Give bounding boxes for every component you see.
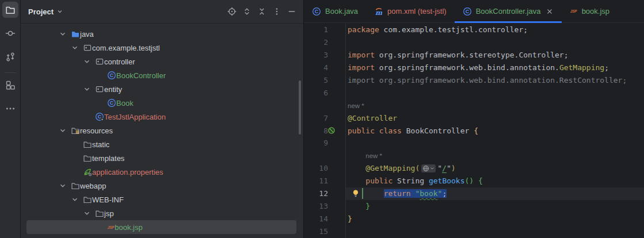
tree-item-resources[interactable]: resources [26,124,296,137]
tree-item-static[interactable]: static [26,137,296,151]
services-icon [5,80,16,90]
url-mapping-globe-icon[interactable] [421,164,436,172]
line-number: 2 [323,36,328,49]
tree-item-testjstlapplication[interactable]: CTestJstlApplication [26,110,296,124]
tab-pom.xml-test-jstl-[interactable]: mpom.xml (test-jstl) [366,0,455,22]
version-control-tool-button[interactable] [2,49,18,65]
intention-bulb-icon[interactable] [352,189,360,199]
inlay-hint[interactable]: new * [365,152,382,159]
commit-tool-button[interactable] [2,25,18,41]
code-line[interactable] [346,225,644,238]
tab-book.jsp[interactable]: JSPbook.jsp [562,0,618,22]
inlay-hint-line[interactable]: new * [346,99,644,112]
gutter-line[interactable]: 7 [304,112,345,125]
inlay-hint[interactable]: new * [348,102,364,109]
tree-item-controller[interactable]: controller [26,55,296,68]
tree-item-com.example.testjstl[interactable]: com.example.testjstl [26,41,296,55]
gutter-line[interactable]: 13 [304,200,345,213]
more-tool-windows-button[interactable] [2,101,18,117]
tree-item-book.jsp[interactable]: JSPbook.jsp [26,220,296,234]
spring-bean-icon[interactable] [327,126,336,136]
chevron-down-icon[interactable] [81,209,95,218]
class-icon: C [107,98,116,108]
tab-label: Book.java [325,7,358,16]
code-line[interactable] [346,87,644,99]
gutter-line[interactable]: 3 [304,49,345,62]
gutter-line[interactable]: 15 [304,225,345,238]
gutter-line[interactable]: 5 [304,74,345,87]
services-tool-button[interactable] [2,77,18,93]
tree-item-book[interactable]: CBook [26,96,296,110]
code-editor[interactable]: package com.example.testjstl.controller;… [346,24,644,238]
tree-item-label: resources [80,126,113,135]
ide-window: Project javacom.example.testjstlcontroll… [0,0,644,238]
code-line[interactable]: @Controller [346,112,644,125]
tree-item-label: WEB-INF [92,195,124,204]
tree-item-label: book.jsp [115,223,142,232]
tree-item-java[interactable]: java [26,27,296,41]
tree-item-templates[interactable]: templates [26,151,296,165]
tree-item-application.properties[interactable]: application.properties [26,165,296,179]
gutter-line[interactable]: 12 [304,187,345,200]
tree-item-blank[interactable] [26,234,296,238]
project-panel-toolbar [226,6,298,17]
tree-item-web-inf[interactable]: WEB-INF [26,193,296,206]
code-line[interactable]: public class BookController { [346,125,644,137]
folder-icon [95,209,104,218]
options-icon [272,7,281,16]
code-line[interactable]: } [346,213,644,225]
tree-item-entity[interactable]: entity [26,82,296,96]
gutter-line[interactable]: 9 [304,137,345,149]
project-tool-button[interactable] [2,2,18,18]
code-line[interactable]: import org.springframework.stereotype.Co… [346,49,644,62]
gutter-line[interactable]: 6 [304,87,345,99]
tree-scrollbar-thumb[interactable] [299,80,301,135]
expand-all-button[interactable] [241,6,253,17]
gutter-line[interactable]: 11 [304,175,345,187]
inlay-hint-line[interactable]: new * [346,149,644,162]
code-line[interactable]: } [346,200,644,213]
code-line[interactable]: return "book"; [346,187,644,200]
gutter-line[interactable] [304,149,345,162]
tree-item-bookcontroller[interactable]: CBookController [26,68,296,82]
code-line[interactable] [346,36,644,49]
code-line[interactable]: import org.springframework.web.bind.anno… [346,62,644,74]
locate-file-button[interactable] [226,6,238,17]
tab-book.java[interactable]: CBook.java [304,0,366,22]
jsp-icon: JSP [107,225,115,229]
gutter-line[interactable]: 10 [304,162,345,175]
editor-body[interactable]: 123456789101112131415 package com.exampl… [304,23,644,238]
tree-item-label: jsp [104,209,114,218]
code-line[interactable]: public String getBooks() { [346,175,644,187]
collapse-all-button[interactable] [256,6,268,17]
code-line[interactable]: import org.springframework.web.bind.anno… [346,74,644,87]
gutter-line[interactable]: 1 [304,24,345,36]
chevron-down-icon[interactable] [57,181,71,190]
code-line[interactable]: package com.example.testjstl.controller; [346,24,644,36]
package-icon [95,85,104,94]
chevron-down-icon[interactable] [69,195,83,204]
options-menu-button[interactable] [271,6,283,17]
gutter-line[interactable]: 8 [304,125,345,137]
gutter-line[interactable]: 2 [304,36,345,49]
chevron-down-icon[interactable] [81,85,95,94]
code-line[interactable]: @GetMapping("/") [346,162,644,175]
tab-label: pom.xml (test-jstl) [387,7,447,16]
hide-panel-button[interactable] [286,6,298,17]
tree-item-label: java [80,30,94,39]
chevron-down-icon[interactable] [57,126,71,135]
svg-text:m: m [375,8,383,16]
gutter-line[interactable]: 4 [304,62,345,74]
gutter-line[interactable]: 14 [304,213,345,225]
chevron-down-icon[interactable] [81,57,95,66]
chevron-down-icon[interactable] [57,29,71,39]
svg-text:C: C [465,9,469,14]
chevron-down-icon[interactable] [69,43,83,52]
code-line[interactable] [346,137,644,149]
close-tab-icon[interactable] [546,7,554,16]
tree-item-jsp[interactable]: jsp [26,206,296,220]
gutter-line[interactable] [304,99,345,112]
tree-item-webapp[interactable]: webapp [26,179,296,193]
project-view-selector[interactable]: Project [28,7,64,16]
tab-bookcontroller.java[interactable]: CBookController.java [455,0,562,22]
